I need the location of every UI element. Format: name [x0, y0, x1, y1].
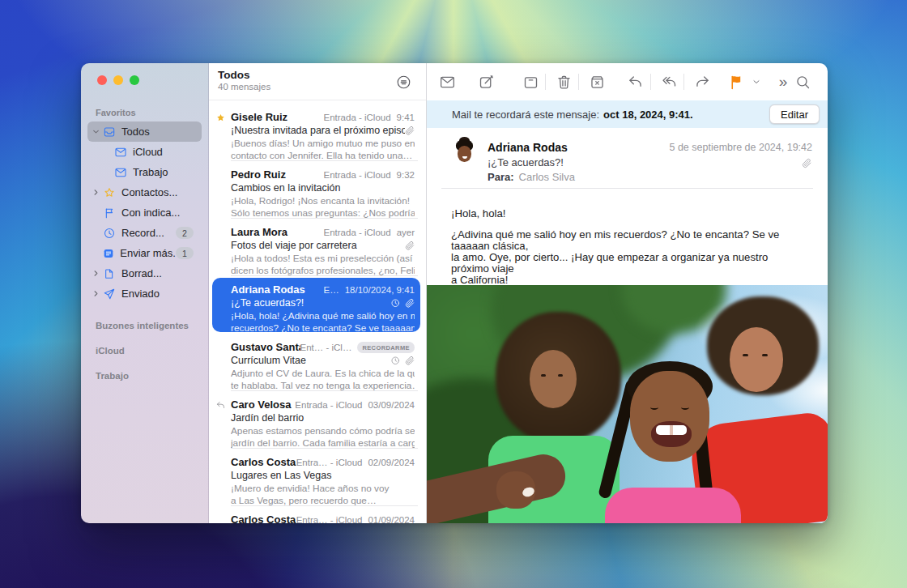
unread-count-badge: 2 — [176, 227, 194, 239]
sidebar-section-icloud[interactable]: iCloud — [96, 339, 208, 364]
flag-button[interactable] — [728, 70, 751, 93]
chevron-right-icon[interactable] — [89, 288, 102, 300]
message-sender: Pedro Ruiz — [231, 168, 324, 181]
paperclip-icon — [405, 241, 415, 251]
message-sender: Gisele Ruiz — [231, 111, 324, 123]
fullscreen-window-button[interactable] — [130, 75, 139, 85]
message-subject: Cambios en la invitación — [231, 182, 415, 194]
flag-chevron-button[interactable] — [752, 70, 768, 93]
message-time: 02/09/2024 — [368, 458, 415, 467]
close-window-button[interactable] — [97, 75, 107, 85]
message-preview: Sólo tenemos unas preguntas: ¿Nos podría… — [231, 207, 415, 219]
message-subject: Jardín del barrio — [231, 412, 415, 424]
message-mailbox: Entra… - iCloud — [296, 458, 363, 467]
message-sender: Gustavo Santana — [231, 341, 300, 353]
message-sender: Adriana Rodas — [231, 283, 323, 296]
sidebar-item-record[interactable]: Record...2 — [87, 223, 202, 243]
trash-button[interactable] — [556, 70, 578, 93]
edit-reminder-button[interactable]: Editar — [769, 104, 820, 124]
message-subject: Currículum Vitae — [231, 355, 390, 366]
sidebar-item-label: Enviado — [121, 288, 160, 300]
clock-icon — [390, 356, 401, 366]
archive-button[interactable] — [522, 70, 545, 93]
message-mailbox: Ent… - iCl… — [300, 343, 352, 352]
sidebar-item-con-indica[interactable]: Con indica... — [87, 202, 202, 223]
paperclip-icon — [405, 356, 415, 366]
photo-person-center-face — [630, 371, 709, 462]
message-row-carlos-costa-7[interactable]: Carlos CostaEntra… - iCloud01/09/2024 — [209, 506, 426, 523]
chevron-right-icon[interactable] — [89, 268, 102, 279]
message-row-adriana-rodas-3[interactable]: Adriana RodasE…18/10/2024, 9:41¡¿Te acue… — [209, 276, 426, 334]
star-icon — [102, 185, 117, 200]
paperplane-icon — [102, 287, 117, 301]
message-preview: Apenas estamos pensando cómo podría ser … — [231, 425, 415, 437]
toolbar-separator — [683, 74, 684, 90]
reply-icon — [627, 74, 649, 91]
message-mailbox: Entrada - iCloud — [324, 113, 391, 122]
message-row-laura-mora-2[interactable]: Laura MoraEntrada - iCloudayerFotos del … — [209, 219, 426, 276]
body-line: a California! — [451, 275, 803, 286]
sidebar-item-label: Con indica... — [121, 207, 180, 219]
message-mailbox: Entrada - iCloud — [324, 170, 391, 180]
sidebar-item-todos[interactable]: Todos — [87, 121, 202, 142]
message-viewer-column: » Mail te recordará este mensaje: oct 18… — [427, 63, 828, 523]
sidebar-items: TodosiCloudTrabajoContactos...Con indica… — [81, 121, 208, 304]
reminder-date: oct 18, 2024, 9:41. — [603, 109, 693, 121]
message-row-gustavo-santana-4[interactable]: Gustavo SantanaEnt… - iCl…RECORDARMECurr… — [209, 334, 426, 391]
forward-button[interactable] — [694, 70, 717, 93]
chevron-down-icon[interactable] — [89, 126, 102, 138]
sidebar-item-trabajo[interactable]: Trabajo — [87, 162, 202, 182]
reply-button[interactable] — [627, 70, 649, 93]
unread-envelope-button[interactable] — [439, 70, 462, 93]
photo-person-right-face — [730, 327, 783, 392]
flag-icon — [102, 206, 117, 220]
sidebar-section-headers: Buzones inteligentesiCloudTrabajo — [81, 313, 208, 389]
sidebar-item-borrad[interactable]: Borrad... — [87, 263, 202, 283]
message-mailbox: Entrada - iCloud — [324, 228, 391, 237]
more-button[interactable]: » — [772, 70, 794, 93]
search-button[interactable] — [794, 70, 817, 93]
sender-avatar[interactable] — [452, 140, 477, 165]
minimize-window-button[interactable] — [113, 75, 123, 85]
attachment-paperclip-icon — [802, 158, 812, 168]
document-icon — [102, 266, 117, 281]
message-sender: Carlos Costa — [231, 456, 296, 468]
message-row-caro-velosa-5[interactable]: Caro VelosaEntrada - iCloud03/09/2024Jar… — [209, 391, 426, 449]
message-preview: ¡Hola, Rodrigo! ¡Nos encanta la invitaci… — [231, 195, 415, 207]
message-header: Adriana Rodas ¡¿Te acuerdas?! Para:Carlo… — [427, 128, 828, 189]
sidebar-item-enviar-m-s[interactable]: Enviar más...1 — [87, 243, 202, 263]
sidebar: Favoritos TodosiCloudTrabajoContactos...… — [81, 63, 209, 523]
sidebar-item-enviado[interactable]: Enviado — [87, 283, 202, 304]
sidebar-section-buzones-inteligentes[interactable]: Buzones inteligentes — [96, 313, 208, 339]
recipient-name: Carlos Silva — [519, 171, 575, 183]
paperclip-icon — [405, 298, 415, 309]
reply-all-button[interactable] — [661, 70, 683, 93]
sidebar-item-contactos[interactable]: Contactos... — [87, 182, 202, 202]
message-subject: ¡¿Te acuerdas?! — [231, 297, 390, 309]
unread-count-badge: 1 — [176, 247, 194, 259]
to-label: Para: — [488, 171, 514, 183]
message-list-header: Todos 40 mensajes — [209, 63, 426, 100]
message-preview: ¡Hola a todos! Esta es mi preselección (… — [231, 253, 415, 265]
filter-button[interactable] — [395, 71, 416, 92]
message-sender: Caro Velosa — [231, 398, 295, 411]
message-subject: Lugares en Las Vegas — [231, 470, 415, 481]
archive-icon — [522, 74, 545, 91]
message-row-pedro-ruiz-1[interactable]: Pedro RuizEntrada - iCloud9:32Cambios en… — [209, 161, 426, 219]
sidebar-item-label: Contactos... — [121, 186, 177, 198]
compose-button[interactable] — [478, 70, 500, 93]
junk-button[interactable] — [589, 70, 611, 93]
sidebar-item-label: Enviar más... — [120, 247, 176, 259]
sidebar-item-icloud[interactable]: iCloud — [87, 142, 202, 162]
message-sender: Laura Mora — [231, 226, 324, 238]
photo-attachment[interactable] — [427, 285, 828, 523]
message-preview: Adjunto el CV de Laura. Es la chica de l… — [231, 368, 415, 380]
message-row-gisele-ruiz-0[interactable]: Gisele RuizEntrada - iCloud9:41¡Nuestra … — [209, 104, 426, 161]
window-controls — [81, 63, 208, 98]
message-time: 01/09/2024 — [368, 515, 415, 523]
message-mailbox: Entrada - iCloud — [295, 400, 362, 410]
unread-envelope-icon — [439, 74, 462, 91]
message-row-carlos-costa-6[interactable]: Carlos CostaEntra… - iCloud02/09/2024Lug… — [209, 449, 426, 506]
sidebar-section-trabajo[interactable]: Trabajo — [96, 364, 208, 389]
chevron-right-icon[interactable] — [89, 187, 102, 198]
